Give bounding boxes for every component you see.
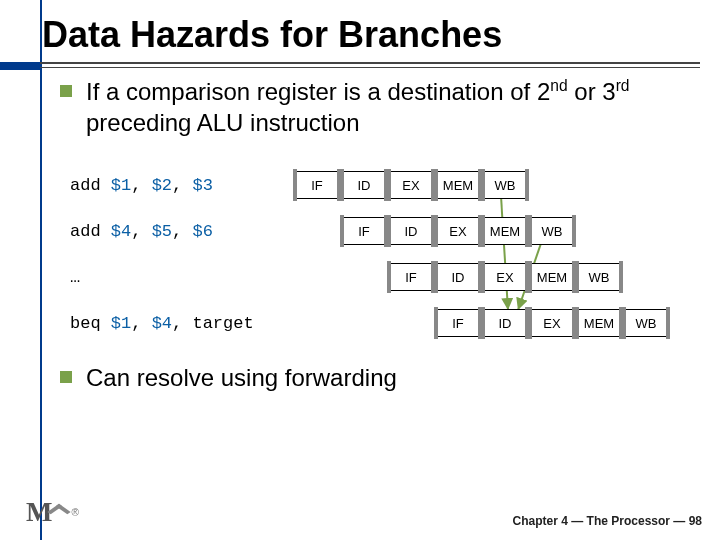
i1-c2: , [172,176,192,195]
i4-c1: , [131,314,151,333]
stage-wb: WB [484,171,526,199]
instr-2: add $4, $5, $6 [70,222,296,241]
bullet-2-text: Can resolve using forwarding [86,362,397,393]
stages-1: IF ID EX MEM WB [296,171,526,199]
stage-mem: MEM [531,263,573,291]
pipeline-row-3: … IF ID EX MEM WB [70,254,690,300]
i4-r2: $4 [152,314,172,333]
stage-wb: WB [531,217,573,245]
stage-if: IF [390,263,432,291]
bullet-2: Can resolve using forwarding [60,362,690,393]
vertical-accent-line [40,0,42,540]
pipeline-row-4: beq $1, $4, target IF ID EX MEM WB [70,300,690,346]
stage-if: IF [296,171,338,199]
b1-post: preceding ALU instruction [86,109,360,136]
i2-r2: $5 [152,222,172,241]
i4-c2: , target [172,314,254,333]
stages-4: IF ID EX MEM WB [437,309,667,337]
content-area: If a comparison register is a destinatio… [0,56,720,394]
stage-mem: MEM [437,171,479,199]
i1-r3: $3 [192,176,212,195]
stage-id: ID [484,309,526,337]
stage-if: IF [343,217,385,245]
page-title: Data Hazards for Branches [42,14,720,56]
pipeline-row-2: add $4, $5, $6 IF ID EX MEM WB [70,208,690,254]
b1-sup1: nd [550,77,567,94]
i2-r3: $6 [192,222,212,241]
bullet-icon [60,371,72,383]
i2-c1: , [131,222,151,241]
stage-id: ID [437,263,479,291]
pipeline-diagram: add $1, $2, $3 IF ID EX MEM WB add $4, $… [70,162,690,346]
pipeline-row-1: add $1, $2, $3 IF ID EX MEM WB [70,162,690,208]
stage-mem: MEM [578,309,620,337]
stage-wb: WB [578,263,620,291]
stages-2: IF ID EX MEM WB [343,217,573,245]
bullet-1-text: If a comparison register is a destinatio… [86,76,690,138]
stage-wb: WB [625,309,667,337]
title-area: Data Hazards for Branches [0,0,720,56]
instr-4: beq $1, $4, target [70,314,296,333]
footer-text: Chapter 4 — The Processor — 98 [513,514,702,528]
stage-mem: MEM [484,217,526,245]
b1-mid: or 3 [568,78,616,105]
title-underline [0,62,700,68]
i2-c2: , [172,222,192,241]
stage-ex: EX [390,171,432,199]
i1-r2: $2 [152,176,172,195]
i2-op: add [70,222,111,241]
stage-id: ID [390,217,432,245]
i4-r1: $1 [111,314,131,333]
logo-registered-icon: ® [71,507,78,518]
i1-op: add [70,176,111,195]
b1-pre: If a comparison register is a destinatio… [86,78,550,105]
stage-ex: EX [437,217,479,245]
i1-c1: , [131,176,151,195]
stages-3: IF ID EX MEM WB [390,263,620,291]
instr-3: … [70,268,296,287]
i2-r1: $4 [111,222,131,241]
stage-ex: EX [531,309,573,337]
i1-r1: $1 [111,176,131,195]
stage-ex: EX [484,263,526,291]
bullet-icon [60,85,72,97]
stage-if: IF [437,309,479,337]
b1-sup2: rd [616,77,630,94]
instr-1: add $1, $2, $3 [70,176,296,195]
i4-op: beq [70,314,111,333]
stage-id: ID [343,171,385,199]
bullet-1: If a comparison register is a destinatio… [60,76,690,138]
publisher-logo: M ® [26,496,79,528]
